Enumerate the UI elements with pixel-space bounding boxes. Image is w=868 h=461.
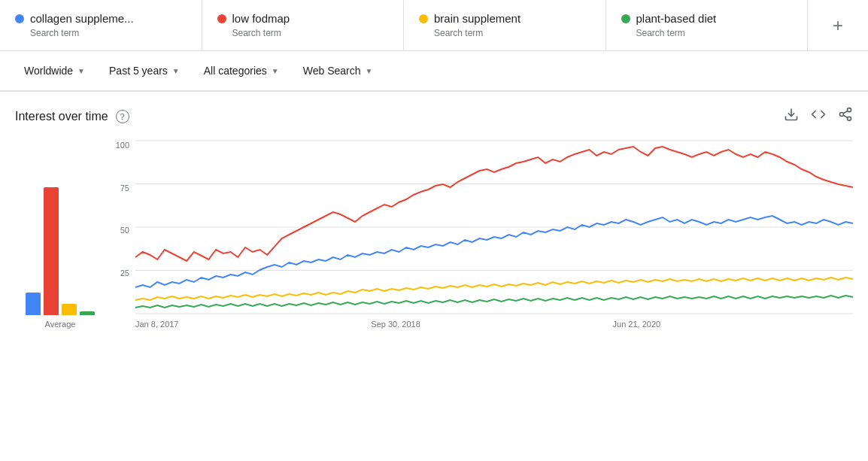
line-chart-area: 100 75 50 25 — [105, 141, 853, 329]
svg-point-1 — [848, 108, 851, 112]
time-filter[interactable]: Past 5 years ▼ — [100, 60, 189, 81]
y-axis: 100 75 50 25 — [105, 141, 135, 311]
bar-chart-label: Average — [45, 320, 76, 329]
bar-low-fodmap — [44, 187, 59, 315]
add-term-button[interactable]: + — [808, 0, 868, 50]
search-type-filter-label: Web Search — [303, 65, 361, 77]
download-icon[interactable] — [784, 107, 799, 126]
term-plant-based-diet-type: Search term — [621, 28, 793, 38]
line-chart-svg — [135, 141, 853, 314]
share-icon[interactable] — [838, 107, 853, 126]
svg-line-4 — [843, 115, 848, 117]
term-low-fodmap-type: Search term — [217, 28, 389, 38]
green-line — [135, 296, 853, 308]
section-header: Interest over time ? — [15, 107, 853, 126]
bar-chart: Average — [15, 150, 105, 329]
term-brain-supplement-type: Search term — [419, 28, 590, 38]
code-icon[interactable] — [811, 107, 826, 126]
location-filter[interactable]: Worldwide ▼ — [15, 60, 94, 81]
svg-point-2 — [840, 113, 844, 117]
x-label-2017: Jan 8, 2017 — [135, 320, 179, 329]
x-axis-labels: Jan 8, 2017 Sep 30, 2018 Jun 21, 2020 — [135, 320, 853, 329]
y-label-50: 50 — [120, 226, 129, 235]
term-brain-supplement[interactable]: brain supplement Search term — [404, 0, 606, 50]
term-collagen-type: Search term — [15, 28, 187, 38]
chevron-down-icon: ▼ — [77, 67, 85, 75]
y-label-75: 75 — [120, 183, 129, 193]
bar-plant-based-diet — [80, 311, 95, 315]
time-filter-label: Past 5 years — [109, 65, 168, 77]
bar-collagen — [26, 293, 41, 315]
category-filter-label: All categories — [204, 65, 267, 77]
category-filter[interactable]: All categories ▼ — [195, 60, 288, 81]
chart-svg-wrapper — [135, 141, 853, 317]
chart-container: Average 100 75 50 25 — [15, 141, 853, 329]
term-low-fodmap-name: low fodmap — [232, 12, 290, 25]
y-label-100: 100 — [116, 141, 129, 150]
x-label-2020: Jun 21, 2020 — [613, 320, 661, 329]
dot-green-icon — [621, 14, 630, 23]
search-type-filter[interactable]: Web Search ▼ — [294, 60, 382, 81]
svg-line-5 — [843, 111, 848, 113]
bar-chart-bars — [26, 150, 95, 315]
interest-over-time-section: Interest over time ? — [0, 92, 868, 344]
term-brain-supplement-name: brain supplement — [434, 12, 520, 25]
term-plant-based-diet[interactable]: plant-based diet Search term — [606, 0, 809, 50]
y-label-25: 25 — [120, 268, 129, 278]
search-terms-header: collagen suppleme... Search term low fod… — [0, 0, 868, 51]
filters-bar: Worldwide ▼ Past 5 years ▼ All categorie… — [0, 51, 868, 92]
x-label-2018: Sep 30, 2018 — [371, 320, 420, 329]
red-line — [135, 147, 853, 261]
help-icon[interactable]: ? — [116, 110, 129, 123]
dot-blue-icon — [15, 14, 24, 23]
dot-yellow-icon — [419, 14, 428, 23]
chevron-down-icon: ▼ — [172, 67, 180, 75]
term-collagen-name: collagen suppleme... — [30, 12, 134, 25]
term-plant-based-diet-name: plant-based diet — [636, 12, 717, 25]
bar-brain-supplement — [62, 304, 77, 315]
term-collagen[interactable]: collagen suppleme... Search term — [0, 0, 202, 50]
section-title: Interest over time — [15, 110, 108, 123]
location-filter-label: Worldwide — [24, 65, 73, 77]
svg-point-3 — [848, 117, 851, 120]
chevron-down-icon: ▼ — [365, 67, 372, 75]
dot-red-icon — [217, 14, 226, 23]
chevron-down-icon: ▼ — [272, 67, 279, 75]
term-low-fodmap[interactable]: low fodmap Search term — [202, 0, 405, 50]
